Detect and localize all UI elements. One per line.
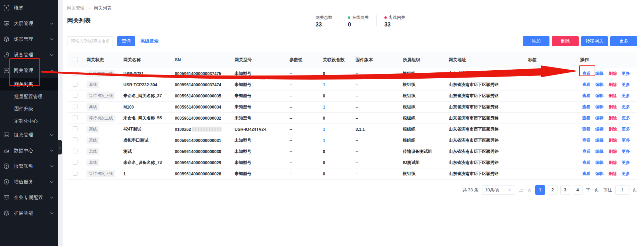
more-link[interactable]: 更多	[622, 126, 630, 132]
more-link[interactable]: 更多	[622, 137, 630, 143]
online-dot-icon	[348, 16, 350, 19]
more-link[interactable]: 更多	[622, 104, 630, 110]
page-size-value: 10条/页	[485, 187, 500, 193]
more-link[interactable]: 更多	[622, 71, 630, 77]
search-input[interactable]	[67, 36, 113, 46]
sidebar-item-value-added[interactable]: 增值服务	[0, 174, 58, 190]
page-button-2[interactable]: 2	[548, 185, 557, 195]
edit-link[interactable]: 编辑	[595, 71, 604, 77]
row-checkbox[interactable]	[73, 93, 78, 98]
edit-link[interactable]: 编辑	[595, 93, 604, 99]
delete-link[interactable]: 删除	[609, 82, 617, 88]
row-checkbox[interactable]	[73, 149, 78, 153]
sidebar-item-alarm[interactable]: 报警联动	[0, 158, 58, 174]
edit-link[interactable]: 编辑	[595, 126, 604, 132]
transfer-gateway-button[interactable]: 转移网关	[581, 36, 608, 46]
gateway-model: 未知型号	[235, 82, 290, 88]
view-link[interactable]: 查看	[582, 71, 590, 77]
alarm-icon	[3, 163, 9, 169]
sidebar-subitem-batch-config[interactable]: 批量配置管理	[0, 90, 58, 103]
sidebar-item-device[interactable]: 设备管理	[0, 47, 58, 63]
delete-button[interactable]: 删除	[552, 36, 579, 46]
edit-link[interactable]: 编辑	[595, 115, 604, 121]
delete-link[interactable]: 删除	[609, 126, 617, 132]
next-page-button[interactable]: 下一页	[586, 187, 599, 193]
status-badge: 离线	[87, 81, 99, 88]
edit-link[interactable]: 编辑	[595, 171, 604, 177]
row-checkbox[interactable]	[73, 137, 78, 142]
breadcrumb-parent[interactable]: 网关管理	[67, 6, 84, 10]
sidebar-subitem-gateway-list[interactable]: 网关列表	[0, 78, 58, 90]
select-all-checkbox[interactable]	[73, 57, 78, 62]
row-checkbox[interactable]	[73, 171, 78, 176]
sidebar-item-bigscreen[interactable]: 大屏管理	[0, 16, 58, 31]
row-checkbox[interactable]	[73, 115, 78, 120]
delete-link[interactable]: 删除	[609, 171, 617, 177]
view-link[interactable]: 查看	[582, 149, 590, 154]
goto-page-input[interactable]	[616, 185, 629, 195]
more-link[interactable]: 更多	[622, 82, 630, 88]
stat-total: 网关总数 33	[316, 15, 332, 28]
view-link[interactable]: 查看	[582, 104, 590, 110]
sidebar-item-overview[interactable]: 概览	[0, 0, 58, 16]
value-added-icon	[3, 179, 9, 185]
sidebar-item-datacenter[interactable]: 数据中心	[0, 143, 58, 158]
delete-link[interactable]: 删除	[609, 149, 617, 154]
view-link[interactable]: 查看	[582, 137, 590, 143]
sidebar-item-configuration[interactable]: 组态管理	[0, 127, 58, 143]
sidebar-collapse-handle[interactable]: ‹	[58, 140, 62, 154]
sidebar-subitem-firmware-upgrade[interactable]: 固件升级	[0, 103, 58, 115]
edit-link[interactable]: 编辑	[595, 104, 604, 110]
sidebar-item-scene[interactable]: 场景管理	[0, 31, 58, 47]
device-count-link[interactable]: 1	[323, 127, 325, 132]
delete-link[interactable]: 删除	[609, 160, 617, 166]
device-count-link[interactable]: 1	[323, 105, 325, 110]
device-count: 0	[323, 94, 356, 98]
delete-link[interactable]: 删除	[609, 104, 617, 110]
row-checkbox[interactable]	[73, 82, 78, 87]
gateway-model: 未知型号	[235, 115, 290, 121]
more-button[interactable]: 更多	[610, 36, 637, 46]
view-link[interactable]: 查看	[582, 93, 590, 99]
prev-page-button[interactable]: 上一页	[519, 187, 532, 193]
page-button-3[interactable]: 3	[560, 185, 570, 195]
add-button[interactable]: 添加	[523, 36, 549, 46]
device-count-link[interactable]: 1	[323, 138, 325, 143]
view-link[interactable]: 查看	[582, 115, 590, 121]
device-count: 0	[323, 71, 356, 76]
page-button-4[interactable]: 4	[573, 185, 582, 195]
delete-link[interactable]: 删除	[609, 93, 617, 99]
more-link[interactable]: 更多	[622, 160, 630, 166]
edit-link[interactable]: 编辑	[595, 149, 604, 154]
view-link[interactable]: 查看	[582, 171, 590, 177]
row-checkbox[interactable]	[73, 126, 78, 131]
page-button-1[interactable]: 1	[535, 185, 545, 195]
edit-link[interactable]: 编辑	[595, 160, 604, 166]
delete-link[interactable]: 删除	[609, 71, 617, 77]
device-count-link[interactable]: 1	[323, 82, 325, 87]
view-link[interactable]: 查看	[582, 126, 590, 132]
query-button[interactable]: 查询	[117, 36, 135, 46]
extension-icon	[3, 210, 9, 216]
table-row: 离线测试00059614000000000030未知型号--0--传输设备测试组…	[67, 146, 637, 157]
more-link[interactable]: 更多	[622, 149, 630, 154]
sidebar-item-enterprise[interactable]: 企业专属配置	[0, 190, 58, 205]
view-link[interactable]: 查看	[582, 160, 590, 166]
more-link[interactable]: 更多	[622, 93, 630, 99]
sidebar-subitem-customization-center[interactable]: 定制化中心	[0, 115, 58, 127]
page-size-select[interactable]: 10条/页	[482, 185, 514, 195]
sidebar-item-extension[interactable]: 扩展功能	[0, 205, 58, 221]
edit-link[interactable]: 编辑	[595, 137, 604, 143]
row-checkbox[interactable]	[73, 160, 78, 165]
more-link[interactable]: 更多	[622, 171, 630, 177]
sidebar-item-label: 组态管理	[14, 132, 50, 138]
advanced-search-link[interactable]: 高级搜索	[140, 38, 158, 44]
view-link[interactable]: 查看	[582, 82, 590, 88]
sidebar-item-gateway[interactable]: 网关管理	[0, 63, 58, 78]
row-checkbox[interactable]	[73, 71, 78, 76]
more-link[interactable]: 更多	[622, 115, 630, 121]
edit-link[interactable]: 编辑	[595, 82, 604, 88]
delete-link[interactable]: 删除	[609, 115, 617, 121]
delete-link[interactable]: 删除	[609, 137, 617, 143]
row-checkbox[interactable]	[73, 104, 78, 109]
